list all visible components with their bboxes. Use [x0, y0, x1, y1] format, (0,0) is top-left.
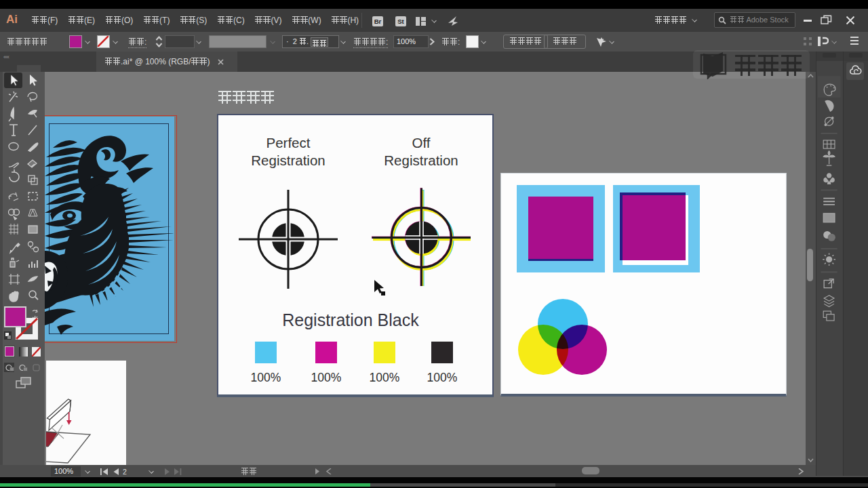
svg-text:2: 2	[123, 468, 127, 475]
